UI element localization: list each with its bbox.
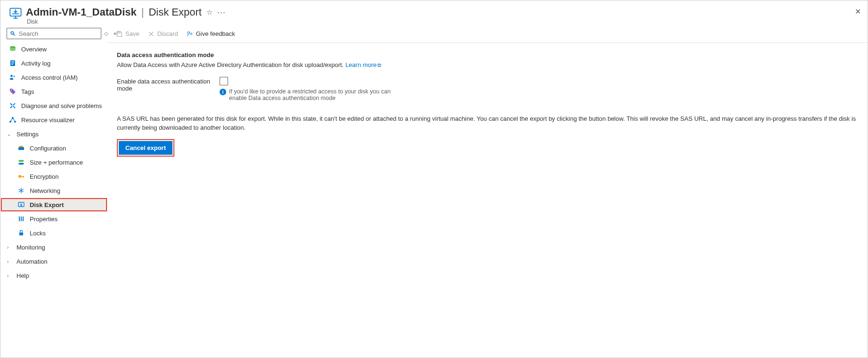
perf-icon xyxy=(17,158,25,166)
export-icon xyxy=(17,201,25,208)
toolbar: Save Discard Give feedback xyxy=(107,25,868,43)
props-icon xyxy=(17,215,25,223)
sidebar-group-settings[interactable]: ⌄Settings xyxy=(0,127,107,141)
svg-point-25 xyxy=(188,32,189,33)
svg-point-6 xyxy=(10,75,13,77)
sidebar-item-size-performance[interactable]: Size + performance xyxy=(0,155,107,169)
close-icon[interactable]: ✕ xyxy=(855,7,861,16)
svg-point-15 xyxy=(18,163,24,165)
cancel-export-highlight: Cancel export xyxy=(117,139,174,157)
log-icon xyxy=(9,59,16,67)
save-button: Save xyxy=(116,30,139,37)
sidebar-item-activity-log[interactable]: Activity log xyxy=(0,56,107,70)
sidebar-search[interactable]: 🔍︎ xyxy=(7,28,101,39)
save-icon xyxy=(116,31,123,37)
chevron-right-icon: › xyxy=(7,245,12,250)
svg-rect-24 xyxy=(118,31,120,33)
svg-rect-13 xyxy=(19,146,23,147)
section-heading: Data access authentication mode xyxy=(117,51,858,58)
sidebar-item-configuration[interactable]: Configuration xyxy=(0,141,107,155)
sidebar-item-tags[interactable]: Tags xyxy=(0,84,107,99)
sidebar-item-overview[interactable]: Overview xyxy=(0,42,107,56)
people-icon xyxy=(9,74,16,81)
resource-title: Admin-VM-1_DataDisk xyxy=(26,6,137,18)
sidebar-group-monitoring[interactable]: ›Monitoring xyxy=(0,240,107,254)
svg-rect-5 xyxy=(11,64,13,65)
svg-rect-20 xyxy=(19,216,20,221)
learn-more-link[interactable]: Learn more⧉ xyxy=(345,61,381,68)
svg-rect-12 xyxy=(18,147,24,150)
chevron-right-icon: › xyxy=(7,259,12,264)
section-description: Allow Data Access with Azure Active Dire… xyxy=(117,61,858,68)
sidebar-item-resource-visualizer[interactable]: Resource visualizer xyxy=(0,113,107,127)
svg-rect-22 xyxy=(23,216,24,221)
svg-rect-3 xyxy=(11,61,14,62)
sidebar-item-networking[interactable]: Networking xyxy=(0,183,107,198)
lock-icon xyxy=(17,229,25,237)
sidebar-group-help[interactable]: ›Help xyxy=(0,268,107,283)
info-note: i If you'd like to provide a restricted … xyxy=(220,88,399,101)
section-title: Disk Export xyxy=(148,6,201,18)
cancel-export-button[interactable]: Cancel export xyxy=(119,141,172,155)
sidebar-item-locks[interactable]: Locks xyxy=(0,226,107,240)
svg-point-8 xyxy=(11,90,12,91)
svg-rect-21 xyxy=(21,216,22,221)
discard-button: Discard xyxy=(148,30,178,37)
page-header: Admin-VM-1_DataDisk Disk | Disk Export ☆… xyxy=(0,0,868,25)
svg-rect-23 xyxy=(19,233,23,235)
sidebar-item-properties[interactable]: Properties xyxy=(0,212,107,226)
external-link-icon: ⧉ xyxy=(377,62,381,68)
key-icon xyxy=(17,173,25,180)
sidebar-item-encryption[interactable]: Encryption xyxy=(0,169,107,183)
config-icon xyxy=(17,144,25,152)
enable-auth-label: Enable data access authentication mode xyxy=(117,77,211,92)
resource-type: Disk xyxy=(26,18,137,25)
sidebar-group-automation[interactable]: ›Automation xyxy=(0,254,107,268)
svg-rect-4 xyxy=(11,63,14,63)
search-input[interactable] xyxy=(19,30,98,37)
more-menu-icon[interactable]: ··· xyxy=(217,10,226,15)
tag-icon xyxy=(9,88,16,95)
sidebar-item-disk-export[interactable]: Disk Export xyxy=(0,198,107,212)
sidebar: 🔍︎ ◇ « Overview Activity log Access cont… xyxy=(0,25,107,358)
favorite-star-icon[interactable]: ☆ xyxy=(206,8,213,17)
sidebar-item-diagnose[interactable]: Diagnose and solve problems xyxy=(0,99,107,113)
sidebar-item-iam[interactable]: Access control (IAM) xyxy=(0,70,107,84)
search-icon: 🔍︎ xyxy=(10,30,16,37)
chevron-right-icon: › xyxy=(7,273,12,278)
disk-icon xyxy=(9,6,22,19)
svg-point-14 xyxy=(18,160,24,162)
feedback-icon xyxy=(187,31,193,37)
main-content: Save Discard Give feedback Data access a… xyxy=(107,25,868,358)
svg-rect-18 xyxy=(23,176,24,178)
graph-icon xyxy=(9,116,16,124)
info-icon: i xyxy=(220,89,226,95)
enable-auth-checkbox[interactable] xyxy=(220,77,228,85)
title-divider: | xyxy=(137,6,149,18)
disk-stack-icon xyxy=(9,45,16,53)
chevron-down-icon: ⌄ xyxy=(7,132,12,137)
discard-icon xyxy=(148,31,155,37)
svg-point-7 xyxy=(13,75,15,77)
network-icon xyxy=(17,187,25,194)
sas-description: A SAS URL has been generated for this di… xyxy=(117,115,858,133)
feedback-button[interactable]: Give feedback xyxy=(187,30,235,37)
tools-icon xyxy=(9,102,16,109)
